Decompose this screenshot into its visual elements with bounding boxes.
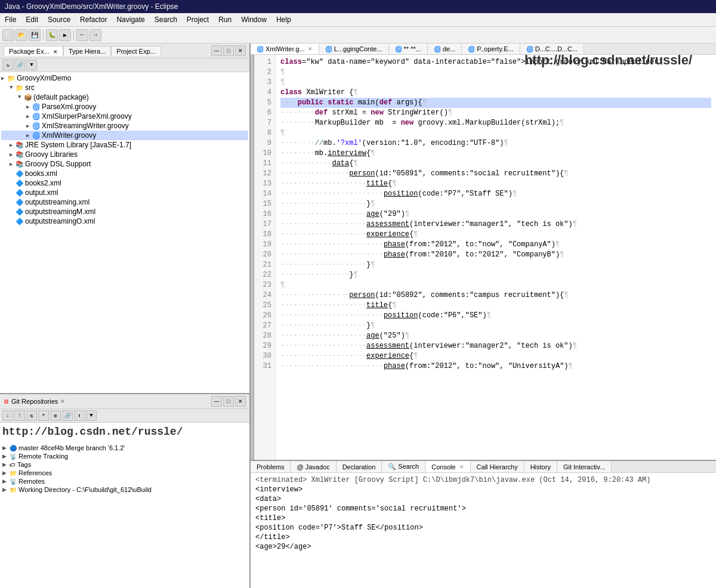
editor-tab-close[interactable]: ✕ (308, 46, 313, 52)
menu-item-navigate[interactable]: Navigate (112, 14, 149, 25)
tree-item[interactable]: ▼📦(default package) (1, 92, 248, 102)
bottom-tab-history[interactable]: History (524, 461, 557, 472)
editor-tab-5[interactable]: 🌀D...C....D...C... (520, 44, 585, 54)
git-close[interactable]: ✕ (235, 396, 246, 407)
git-item-icon: 📡 (10, 478, 17, 485)
bottom-tab-🔍-search[interactable]: 🔍 Search (382, 461, 425, 472)
git-pull[interactable]: ⇅ (26, 410, 37, 421)
bottom-tab-declaration[interactable]: Declaration (337, 461, 382, 472)
pilcrow: ¶ (280, 281, 285, 289)
menu-item-edit[interactable]: Edit (21, 14, 43, 25)
tree-item[interactable]: ▶📁GroovyXmlDemo (1, 73, 248, 83)
editor-tab-3[interactable]: 🌀de... (428, 44, 462, 54)
toolbar-save[interactable]: 💾 (29, 29, 41, 41)
indent-dots: ···· (349, 210, 366, 218)
indent-dots: ···· (332, 332, 349, 340)
bottom-tab-call-hierarchy[interactable]: Call Hierarchy (471, 461, 524, 472)
code-content[interactable]: http://blog.csdn.net/russle/class="kw" d… (276, 55, 716, 460)
git-link[interactable]: 🔗 (62, 410, 73, 421)
bottom-tab-close[interactable]: ✕ (459, 464, 464, 470)
tree-item[interactable]: ▶🌀XmlStreamingWriter.groovy (1, 121, 248, 131)
keyword: def (315, 109, 328, 117)
pkg-maximize[interactable]: □ (223, 45, 234, 56)
indent-dots: ···· (315, 342, 332, 350)
bottom-tab-git-interactiv...[interactable]: Git Interactiv... (557, 461, 612, 472)
tree-arrow: ▶ (26, 113, 32, 120)
tree-item[interactable]: ▶🌀XmlSlurperParseXml.groovy (1, 112, 248, 121)
git-minimize[interactable]: — (211, 396, 222, 407)
toolbar-new[interactable]: ⬜ (2, 29, 14, 41)
tree-item[interactable]: 🔷books2.xml (1, 178, 248, 188)
tree-item[interactable]: ▶🌀XmlWriter.groovy (1, 131, 248, 140)
pilcrow: ¶ (513, 190, 517, 198)
git-push[interactable]: ↑ (14, 410, 25, 421)
menu-item-refactor[interactable]: Refactor (75, 14, 112, 25)
tree-item[interactable]: ▼📁src (1, 83, 248, 92)
tree-item[interactable]: 🔷outputstreamingM.xml (1, 207, 248, 216)
pilcrow: ¶ (422, 98, 427, 107)
toolbar-run[interactable]: ▶ (59, 29, 71, 41)
git-tree-item[interactable]: ▶📡Remote Tracking (2, 452, 247, 460)
tree-item[interactable]: ▶📚JRE System Library [JavaSE-1.7] (1, 140, 248, 150)
git-clone[interactable]: ⊕ (50, 410, 61, 421)
indent-dots: ···· (349, 362, 366, 370)
tree-label: XmlStreamingWriter.groovy (42, 122, 129, 130)
tree-label: Groovy Libraries (25, 150, 78, 159)
editor-tab-1[interactable]: 🌀L...ggingConte... (319, 44, 389, 54)
tab-project-explorer[interactable]: Project Exp... (111, 46, 161, 56)
tree-item[interactable]: ▶🌀ParseXml.groovy (1, 102, 248, 112)
menu-item-project[interactable]: Project (182, 14, 214, 25)
tab-package-explorer-close[interactable]: ✕ (53, 49, 58, 55)
tree-file-icon: 🌀 (32, 113, 41, 120)
tree-item[interactable]: 🔷outputstreamingO.xml (1, 216, 248, 226)
pkg-collapse-all[interactable]: ⇲ (2, 60, 13, 70)
tree-item[interactable]: 🔷output.xml (1, 188, 248, 197)
indent-dots: ···· (298, 230, 315, 239)
toolbar-open[interactable]: 📂 (16, 29, 27, 41)
menu-item-help[interactable]: Help (271, 14, 296, 25)
pkg-minimize[interactable]: — (211, 45, 222, 56)
code-line-7: ········MarkupBuilder mb = new groovy.xm… (280, 118, 711, 128)
indent-dots: ···· (280, 240, 298, 249)
git-import[interactable]: ⬆ (74, 410, 85, 421)
comment: // (315, 139, 323, 147)
menu-item-file[interactable]: File (0, 14, 21, 25)
pkg-link-editor[interactable]: 🔗 (14, 60, 25, 70)
tree-file-icon: 🌀 (32, 103, 41, 111)
menu-item-window[interactable]: Window (236, 14, 271, 25)
editor-tab-2[interactable]: 🌀** **... (389, 44, 428, 54)
toolbar-fwd[interactable]: → (90, 29, 101, 41)
git-fetch[interactable]: ↓ (2, 410, 13, 421)
git-close-badge[interactable]: ✕ (60, 398, 65, 404)
tree-item[interactable]: 🔷outputstreaming.xml (1, 197, 248, 207)
tree-item[interactable]: 🔷books.xml (1, 169, 248, 178)
bottom-tab-@-javadoc[interactable]: @ Javadoc (291, 461, 336, 472)
menu-item-source[interactable]: Source (43, 14, 75, 25)
keyword: new (371, 109, 384, 117)
pkg-close[interactable]: ✕ (235, 45, 246, 56)
code-editor[interactable]: 1234567891011121314151617181920212223242… (251, 55, 716, 460)
bottom-tab-console[interactable]: Console✕ (425, 461, 470, 472)
toolbar-back[interactable]: ← (76, 29, 88, 41)
toolbar-debug[interactable]: 🐛 (46, 29, 58, 41)
git-tree-item[interactable]: ▶📁Working Directory - C:\F\ubuild\git_61… (2, 485, 247, 494)
bottom-tab-problems[interactable]: Problems (251, 461, 291, 472)
tree-label: output.xml (25, 188, 58, 197)
editor-tab-4[interactable]: 🌀P..operty.E... (462, 44, 520, 54)
tree-item[interactable]: ▶📚Groovy Libraries (1, 150, 248, 159)
editor-tab-0[interactable]: 🌀XmlWriter.g...✕ (251, 44, 319, 54)
git-tree-item[interactable]: ▶🔵master 48cef4b Merge branch '6.1.2' (2, 444, 247, 452)
tree-item[interactable]: ▶📚Groovy DSL Support (1, 159, 248, 169)
git-maximize[interactable]: □ (223, 396, 234, 407)
git-tree-item[interactable]: ▶🏷Tags (2, 460, 247, 469)
git-tree-arrow: ▶ (2, 453, 10, 459)
git-view-menu[interactable]: ▼ (86, 410, 97, 421)
tab-package-explorer[interactable]: Package Ex... ✕ (4, 46, 63, 56)
git-tree-item[interactable]: ▶📁References (2, 469, 247, 477)
tab-type-hierarchy[interactable]: Type Hiera... (63, 46, 111, 56)
menu-item-run[interactable]: Run (214, 14, 236, 25)
pkg-view-menu[interactable]: ▼ (26, 60, 37, 70)
git-new-repo[interactable]: + (38, 410, 49, 421)
git-tree-item[interactable]: ▶📡Remotes (2, 477, 247, 485)
menu-item-search[interactable]: Search (150, 14, 182, 25)
